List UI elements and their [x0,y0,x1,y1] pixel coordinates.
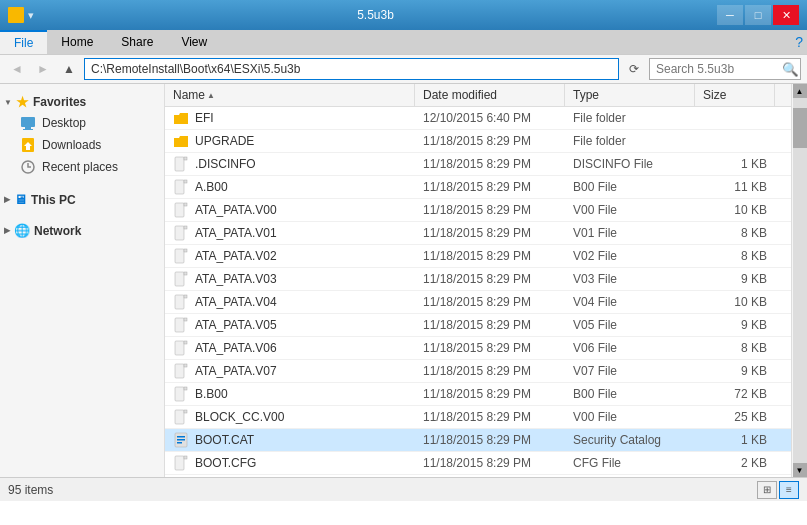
file-type: File folder [565,132,695,150]
thispc-header[interactable]: ▶ 🖥 This PC [0,190,164,209]
window-controls: ─ □ ✕ [717,5,799,25]
file-name: ATA_PATA.V02 [165,246,415,266]
scroll-track[interactable] [793,98,807,463]
table-row[interactable]: ATA_PATA.V05 11/18/2015 8:29 PM V05 File… [165,314,791,337]
file-size: 72 KB [695,385,775,403]
svg-rect-40 [175,387,184,401]
scroll-down[interactable]: ▼ [793,463,807,477]
help-icon[interactable]: ? [795,34,803,54]
item-count: 95 items [8,483,53,497]
col-header-name[interactable]: Name ▲ [165,84,415,106]
svg-rect-2 [23,129,33,130]
back-button[interactable]: ◄ [6,58,28,80]
table-row[interactable]: BOOT.CFG 11/18/2015 8:29 PM CFG File 2 K… [165,452,791,475]
network-chevron: ▶ [4,226,10,235]
file-name: BLOCK_CC.V00 [165,407,415,427]
file-type-icon [173,294,189,310]
svg-rect-0 [21,117,35,127]
svg-rect-9 [174,138,188,147]
file-list-container: Name ▲ Date modified Type Size EFI 12/10… [165,84,791,477]
file-name: ATA_PATA.V00 [165,200,415,220]
sort-arrow-name: ▲ [207,91,215,100]
title-bar-left: ▾ [8,7,34,23]
col-header-size[interactable]: Size [695,84,775,106]
table-row[interactable]: ATA_PATA.V07 11/18/2015 8:29 PM V07 File… [165,360,791,383]
table-row[interactable]: B.B00 11/18/2015 8:29 PM B00 File 72 KB [165,383,791,406]
file-type-icon [173,455,189,471]
svg-rect-16 [175,203,184,217]
table-row[interactable]: UPGRADE 11/18/2015 8:29 PM File folder [165,130,791,153]
app-icon [8,7,24,23]
refresh-button[interactable]: ⟳ [623,58,645,80]
thispc-label: This PC [31,193,76,207]
search-button[interactable]: 🔍 [780,59,800,79]
col-header-type[interactable]: Type [565,84,695,106]
minimize-button[interactable]: ─ [717,5,743,25]
file-type-icon [173,340,189,356]
up-button[interactable]: ▲ [58,58,80,80]
file-type: V00 File [565,408,695,426]
view-details[interactable]: ≡ [779,481,799,499]
ribbon: File Home Share View ? [0,30,807,55]
svg-rect-49 [177,442,182,444]
favorites-header[interactable]: ▼ ★ Favorites [0,92,164,112]
file-type: CFG File [565,454,695,472]
svg-rect-43 [175,410,184,424]
file-date: 11/18/2015 8:29 PM [415,339,565,357]
file-name: ATA_PATA.V04 [165,292,415,312]
ribbon-tabs: File Home Share View ? [0,30,807,54]
search-input[interactable] [650,59,780,79]
svg-rect-52 [184,456,187,459]
table-row[interactable]: ATA_PATA.V00 11/18/2015 8:29 PM V00 File… [165,199,791,222]
svg-rect-47 [177,436,185,438]
file-date: 11/18/2015 8:29 PM [415,316,565,334]
tab-home[interactable]: Home [47,30,107,54]
view-large-icons[interactable]: ⊞ [757,481,777,499]
svg-rect-24 [184,249,187,252]
svg-rect-27 [184,272,187,275]
table-row[interactable]: ATA_PATA.V04 11/18/2015 8:29 PM V04 File… [165,291,791,314]
sidebar-item-recent[interactable]: Recent places [0,156,164,178]
table-row[interactable]: ATA_PATA.V01 11/18/2015 8:29 PM V01 File… [165,222,791,245]
file-name: ATA_PATA.V01 [165,223,415,243]
table-row[interactable]: ATA_PATA.V06 11/18/2015 8:29 PM V06 File… [165,337,791,360]
sidebar-item-desktop[interactable]: Desktop [0,112,164,134]
table-row[interactable]: .DISCINFO 11/18/2015 8:29 PM DISCINFO Fi… [165,153,791,176]
tab-view[interactable]: View [167,30,221,54]
table-row[interactable]: CHARDEVS.B00 11/18/2015 8:29 PM B00 File… [165,475,791,477]
file-date: 11/18/2015 8:29 PM [415,132,565,150]
scroll-thumb[interactable] [793,108,807,148]
file-list-header: Name ▲ Date modified Type Size [165,84,791,107]
table-row[interactable]: BOOT.CAT 11/18/2015 8:29 PM Security Cat… [165,429,791,452]
svg-rect-48 [177,439,185,441]
tab-share[interactable]: Share [107,30,167,54]
svg-rect-12 [184,157,187,160]
thispc-chevron: ▶ [4,195,10,204]
file-type: V02 File [565,247,695,265]
scroll-up[interactable]: ▲ [793,84,807,98]
maximize-button[interactable]: □ [745,5,771,25]
table-row[interactable]: ATA_PATA.V02 11/18/2015 8:29 PM V02 File… [165,245,791,268]
sidebar-item-downloads[interactable]: Downloads [0,134,164,156]
scrollbar[interactable]: ▲ ▼ [791,84,807,477]
svg-rect-21 [184,226,187,229]
network-header[interactable]: ▶ 🌐 Network [0,221,164,240]
table-row[interactable]: EFI 12/10/2015 6:40 PM File folder [165,107,791,130]
window-title: 5.5u3b [34,8,717,22]
file-name: ATA_PATA.V05 [165,315,415,335]
svg-rect-31 [175,318,184,332]
svg-rect-18 [184,203,187,206]
table-row[interactable]: BLOCK_CC.V00 11/18/2015 8:29 PM V00 File… [165,406,791,429]
address-input[interactable] [84,58,619,80]
table-row[interactable]: A.B00 11/18/2015 8:29 PM B00 File 11 KB [165,176,791,199]
col-header-date[interactable]: Date modified [415,84,565,106]
desktop-label: Desktop [42,116,86,130]
file-date: 12/10/2015 6:40 PM [415,109,565,127]
table-row[interactable]: ATA_PATA.V03 11/18/2015 8:29 PM V03 File… [165,268,791,291]
network-section: ▶ 🌐 Network [0,221,164,240]
file-type: V06 File [565,339,695,357]
tab-file[interactable]: File [0,30,47,54]
file-type: V03 File [565,270,695,288]
forward-button[interactable]: ► [32,58,54,80]
close-button[interactable]: ✕ [773,5,799,25]
